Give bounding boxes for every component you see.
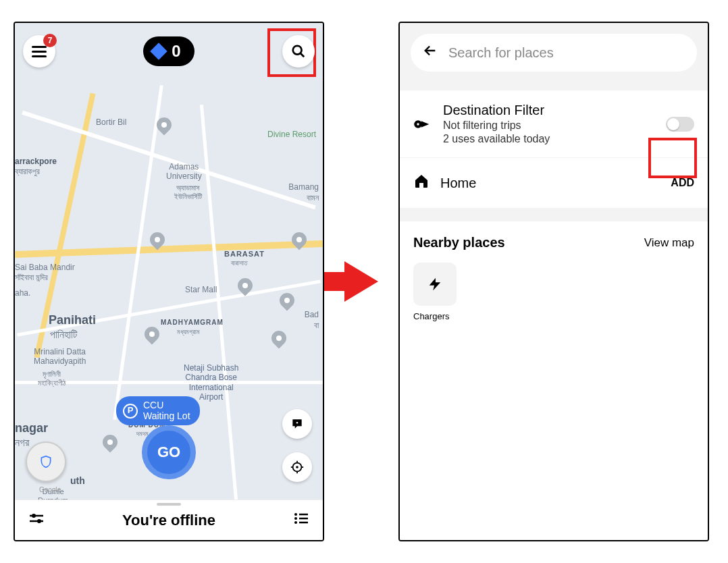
svg-point-0 — [296, 422, 298, 424]
destination-filter-toggle[interactable] — [666, 117, 694, 132]
destination-filter-title: Destination Filter — [443, 103, 655, 118]
map-label-bortir-bil: Bortir Bil — [96, 117, 126, 127]
back-button[interactable] — [423, 43, 438, 62]
list-icon — [293, 512, 309, 525]
search-button[interactable] — [282, 35, 315, 68]
map-label-mrinalini: Mrinalini Datta Mahavidyapith — [34, 347, 86, 367]
svg-point-15 — [294, 517, 297, 520]
charger-icon-box — [413, 263, 457, 306]
parking-icon: P — [123, 404, 138, 419]
drag-handle[interactable] — [157, 503, 181, 506]
diamond-icon — [151, 43, 167, 59]
map-label-madhyamgram-local: মধ্যমগ্রাম — [177, 328, 200, 336]
svg-point-13 — [294, 513, 297, 516]
chargers-label: Chargers — [413, 311, 461, 321]
chat-icon — [290, 417, 304, 431]
add-home-button[interactable]: ADD — [671, 177, 694, 189]
search-icon — [291, 44, 306, 59]
driver-app-map-screen: Bortir Bil Divine Resort arrackpore ব্যা… — [14, 22, 324, 541]
safety-button[interactable] — [26, 441, 66, 482]
map-label-bamang: Bamang — [288, 182, 319, 192]
airport-waiting-lot-chip[interactable]: P CCU Waiting Lot — [116, 396, 200, 425]
map-label-panihati: Panihati — [49, 313, 96, 328]
destination-filter-status: Not filtering trips — [443, 119, 655, 132]
status-pill[interactable]: 0 — [143, 36, 194, 66]
view-map-button[interactable]: View map — [644, 236, 694, 250]
recenter-button[interactable] — [282, 452, 312, 482]
map-label-adamas: Adamas University — [166, 162, 202, 182]
map-background[interactable]: Bortir Bil Divine Resort arrackpore ব্যা… — [15, 23, 323, 540]
svg-point-12 — [37, 519, 41, 523]
offline-status-text: You're offline — [122, 512, 215, 529]
search-places-screen: Destination Filter Not filtering trips 2… — [398, 22, 709, 541]
trip-list-button[interactable] — [293, 512, 309, 529]
nearby-places-section: Nearby places View map Chargers — [400, 221, 708, 540]
map-label-bad-local: বা — [314, 321, 319, 330]
map-label-bad: Bad — [305, 310, 319, 319]
notification-badge: 7 — [43, 34, 57, 47]
chat-button[interactable] — [282, 409, 312, 439]
destination-filter-uses: 2 uses available today — [443, 133, 655, 145]
map-label-sai-baba: Sai Baba Mandir — [15, 263, 75, 272]
bottom-status-bar: You're offline — [15, 500, 323, 540]
map-label-star-mall: Star Mall — [185, 285, 217, 294]
map-label-panihati-local: পানিহাটি — [50, 328, 77, 341]
svg-marker-23 — [430, 278, 441, 290]
preferences-button[interactable] — [28, 512, 45, 529]
search-input[interactable] — [448, 45, 685, 61]
map-label-aha: aha. — [15, 288, 30, 298]
home-icon — [413, 173, 430, 193]
svg-line-8 — [301, 53, 305, 57]
map-label-nagar-local: নগর — [15, 436, 29, 449]
airport-label: Waiting Lot — [143, 411, 190, 421]
map-label-barrackpore-local: ব্যারাকপুর — [15, 167, 40, 176]
map-label-mrinalini-local: মৃণালিনী মহাবিদ্যাপীঠ — [38, 370, 66, 387]
map-label-madhyamgram: MADHYAMGRAM — [161, 319, 224, 327]
sliders-icon — [28, 512, 45, 525]
map-label-barrackpore: arrackpore — [15, 157, 57, 166]
status-count: 0 — [172, 42, 180, 61]
svg-point-10 — [32, 514, 36, 518]
airport-code: CCU — [143, 400, 190, 410]
nearby-places-title: Nearby places — [413, 235, 505, 250]
svg-point-2 — [296, 466, 298, 468]
shield-icon — [39, 454, 53, 470]
map-label-google: Google — [39, 486, 61, 494]
map-label-bamang-local: বামন — [307, 193, 319, 203]
crosshair-icon — [290, 460, 305, 475]
map-label-netaji: Netaji Subhash Chandra Bose Internationa… — [184, 363, 238, 402]
map-label-barasat-local: বারাসাত — [231, 259, 247, 267]
svg-point-22 — [417, 123, 419, 126]
home-label: Home — [440, 176, 660, 191]
highlight-toggle — [648, 138, 697, 178]
arrow-icon — [344, 261, 378, 302]
destination-filter-icon — [413, 115, 432, 134]
svg-point-7 — [293, 46, 302, 55]
hamburger-icon — [32, 46, 47, 57]
go-online-button[interactable]: GO — [142, 425, 196, 479]
svg-point-17 — [294, 521, 297, 524]
map-label-adamas-local: অ্যাডামাস ইউনিভার্সিটি — [174, 184, 202, 201]
map-label-sai-baba-local: সাঁইবাবা মন্দির — [15, 273, 48, 282]
map-label-barasat: BARASAT — [224, 250, 265, 259]
chargers-card[interactable]: Chargers — [413, 263, 461, 321]
map-label-nagar: nagar — [15, 421, 48, 436]
flow-arrow — [344, 261, 378, 302]
svg-marker-21 — [421, 121, 430, 127]
bolt-icon — [427, 275, 442, 294]
search-bar — [411, 34, 697, 72]
map-label-divine-resort: Divine Resort — [267, 130, 316, 139]
map-label-uth: uth — [70, 475, 85, 487]
arrow-left-icon — [423, 43, 438, 58]
menu-button[interactable]: 7 — [23, 35, 55, 68]
